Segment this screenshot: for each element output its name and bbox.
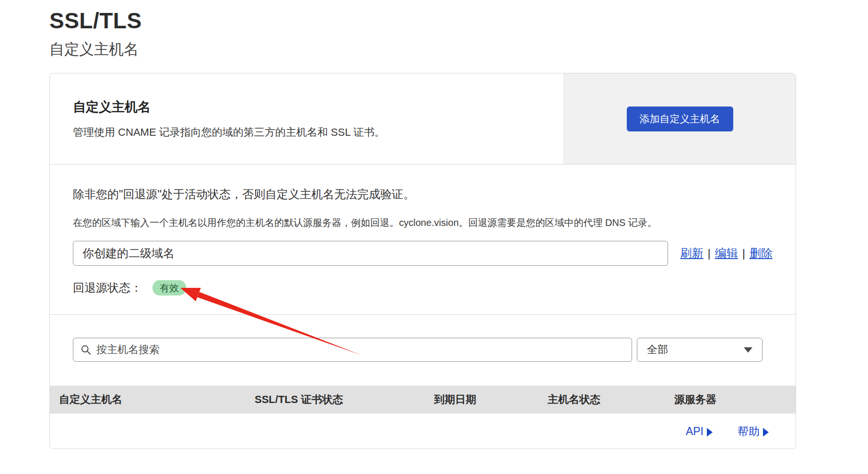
refresh-link[interactable]: 刷新 [680,247,704,260]
action-separator: | [742,247,745,260]
card-header: 自定义主机名 管理使用 CNAME 记录指向您的域的第三方的主机名和 SSL 证… [50,73,796,164]
edit-link[interactable]: 编辑 [715,247,738,260]
fallback-status-badge: 有效 [152,280,186,296]
search-row: 全部 [73,338,773,362]
triangle-right-icon [707,428,713,437]
column-header-hostname-status: 主机名状态 [548,392,674,407]
fallback-actions: 刷新|编辑|删除 [680,246,773,261]
delete-link[interactable]: 删除 [750,247,773,260]
column-header-origin-server: 源服务器 [674,392,796,407]
card-footer: API 帮助 [50,414,796,449]
hostnames-table-header: 自定义主机名 SSL/TLS 证书状态 到期日期 主机名状态 源服务器 [50,386,796,414]
fallback-origin-section: 除非您的"回退源"处于活动状态，否则自定义主机名无法完成验证。 在您的区域下输入… [50,164,796,314]
action-separator: | [708,247,711,260]
card-header-action-panel: 添加自定义主机名 [563,73,796,164]
status-filter-selected-value: 全部 [647,343,668,357]
fallback-status-label: 回退源状态： [73,280,142,296]
api-link-label: API [686,425,704,438]
fallback-hostname-input[interactable] [73,241,668,266]
status-filter-dropdown[interactable]: 全部 [637,338,762,362]
fallback-status-row: 回退源状态： 有效 [73,280,773,296]
column-header-custom-hostname: 自定义主机名 [59,392,255,407]
hostname-search-input[interactable] [73,338,632,362]
search-icon [81,344,91,355]
search-box [73,338,632,362]
column-header-expiration-date: 到期日期 [434,392,548,407]
card-description: 管理使用 CNAME 记录指向您的域的第三方的主机名和 SSL 证书。 [73,125,563,140]
triangle-right-icon [763,428,769,437]
page-title: SSL/TLS [49,8,142,34]
fallback-hostname-row: 刷新|编辑|删除 [73,241,773,266]
card-title: 自定义主机名 [73,98,563,116]
fallback-instruction-text: 在您的区域下输入一个主机名以用作您的主机名的默认源服务器，例如回退。cyclon… [73,216,773,229]
fallback-warning-text: 除非您的"回退源"处于活动状态，否则自定义主机名无法完成验证。 [73,187,773,202]
column-header-certificate-status: SSL/TLS 证书状态 [255,392,434,407]
card-header-text: 自定义主机名 管理使用 CNAME 记录指向您的域的第三方的主机名和 SSL 证… [50,73,563,164]
search-section: 全部 [50,314,796,386]
custom-hostnames-card: 自定义主机名 管理使用 CNAME 记录指向您的域的第三方的主机名和 SSL 证… [49,73,796,449]
add-custom-hostname-button[interactable]: 添加自定义主机名 [627,107,733,131]
help-link[interactable]: 帮助 [738,424,769,439]
chevron-down-icon [744,347,752,353]
api-link[interactable]: API [686,425,713,438]
page-subtitle: 自定义主机名 [49,39,139,59]
help-link-label: 帮助 [738,424,760,439]
